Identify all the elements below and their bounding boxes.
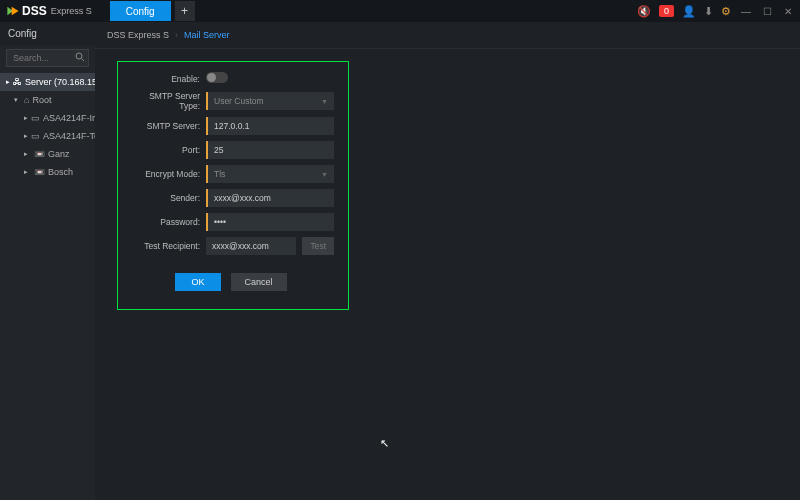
app-name: DSS (22, 4, 47, 18)
titlebar: DSS Express S Config + 🔇 0 👤 ⬇ ⚙ — ☐ ✕ (0, 0, 800, 22)
titlebar-tabs: Config + (110, 1, 195, 21)
download-icon[interactable]: ⬇ (704, 5, 713, 18)
minimize-button[interactable]: — (739, 6, 753, 17)
server-icon: 🖧 (13, 77, 22, 87)
tree: ▸ 🖧 Server (70.168.153.130) ▾ ⌂ Root ▸ ▭… (0, 71, 95, 183)
app-subname: Express S (51, 6, 92, 16)
close-button[interactable]: ✕ (782, 6, 794, 17)
device-icon: ▭ (31, 131, 40, 141)
breadcrumb-root[interactable]: DSS Express S (107, 30, 169, 40)
app-logo: DSS Express S (6, 4, 92, 18)
cancel-button[interactable]: Cancel (231, 273, 287, 291)
search-wrap (0, 45, 95, 71)
titlebar-right: 🔇 0 👤 ⬇ ⚙ — ☐ ✕ (637, 5, 794, 18)
tree-item-1[interactable]: ▸ ▭ ASA4214F-Texas (0, 127, 95, 145)
tree-item-2[interactable]: ▸ 📼 Ganz (0, 145, 95, 163)
caret-down-icon: ▾ (14, 96, 21, 104)
enable-toggle[interactable] (206, 72, 228, 83)
test-recipient-label: Test Recipient: (128, 241, 206, 251)
svg-point-2 (76, 53, 82, 59)
caret-icon: ▸ (24, 168, 31, 176)
caret-icon: ▸ (6, 78, 10, 86)
tree-root-label: Root (32, 95, 51, 105)
tab-config[interactable]: Config (110, 1, 171, 21)
mail-server-form: Enable: SMTP Server Type: User Custom ▼ … (117, 61, 349, 310)
smtp-server-label: SMTP Server: (128, 121, 206, 131)
notification-badge[interactable]: 0 (659, 5, 674, 17)
tree-item-label: ASA4214F-Irvine (43, 113, 95, 123)
gear-icon[interactable]: ⚙ (721, 5, 731, 18)
svg-marker-1 (12, 7, 19, 15)
sidebar: Config ▸ 🖧 Server (70.168.153.130) ▾ ⌂ R… (0, 22, 95, 500)
tree-item-label: Bosch (48, 167, 73, 177)
caret-icon: ▸ (24, 114, 28, 122)
server-type-value: User Custom (214, 96, 264, 106)
enable-label: Enable: (128, 74, 206, 84)
caret-icon: ▸ (24, 150, 31, 158)
tree-item-3[interactable]: ▸ 📼 Bosch (0, 163, 95, 181)
tree-server[interactable]: ▸ 🖧 Server (70.168.153.130) (0, 73, 95, 91)
port-label: Port: (128, 145, 206, 155)
encrypt-select[interactable]: Tls ▼ (206, 165, 334, 183)
tree-item-label: Ganz (48, 149, 70, 159)
encrypt-label: Encrypt Mode: (128, 169, 206, 179)
nvr-icon: 📼 (34, 149, 45, 159)
test-recipient-input[interactable] (206, 237, 296, 255)
logo-icon (6, 4, 20, 18)
password-input[interactable] (206, 213, 334, 231)
sender-input[interactable] (206, 189, 334, 207)
encrypt-value: Tls (214, 169, 225, 179)
chevron-down-icon: ▼ (321, 98, 328, 105)
chevron-down-icon: ▼ (321, 171, 328, 178)
sound-icon[interactable]: 🔇 (637, 5, 651, 18)
main: DSS Express S › Mail Server Enable: SMTP… (95, 22, 800, 500)
tree-server-label: Server (70.168.153.130) (25, 77, 95, 87)
tree-item-label: ASA4214F-Texas (43, 131, 95, 141)
breadcrumb: DSS Express S › Mail Server (95, 22, 800, 49)
user-icon[interactable]: 👤 (682, 5, 696, 18)
nvr-icon: 📼 (34, 167, 45, 177)
chevron-right-icon: › (175, 30, 178, 40)
device-icon: ▭ (31, 113, 40, 123)
sender-label: Sender: (128, 193, 206, 203)
search-icon[interactable] (75, 52, 85, 64)
server-type-label: SMTP Server Type: (128, 91, 206, 111)
svg-line-3 (82, 59, 85, 62)
add-tab-button[interactable]: + (175, 1, 195, 21)
breadcrumb-current: Mail Server (184, 30, 230, 40)
root-icon: ⌂ (24, 95, 29, 105)
test-button[interactable]: Test (302, 237, 334, 255)
port-input[interactable] (206, 141, 334, 159)
tree-item-0[interactable]: ▸ ▭ ASA4214F-Irvine (0, 109, 95, 127)
sidebar-title: Config (0, 22, 95, 45)
password-label: Password: (128, 217, 206, 227)
tree-root[interactable]: ▾ ⌂ Root (0, 91, 95, 109)
maximize-button[interactable]: ☐ (761, 6, 774, 17)
caret-icon: ▸ (24, 132, 28, 140)
smtp-server-input[interactable] (206, 117, 334, 135)
server-type-select[interactable]: User Custom ▼ (206, 92, 334, 110)
ok-button[interactable]: OK (175, 273, 220, 291)
